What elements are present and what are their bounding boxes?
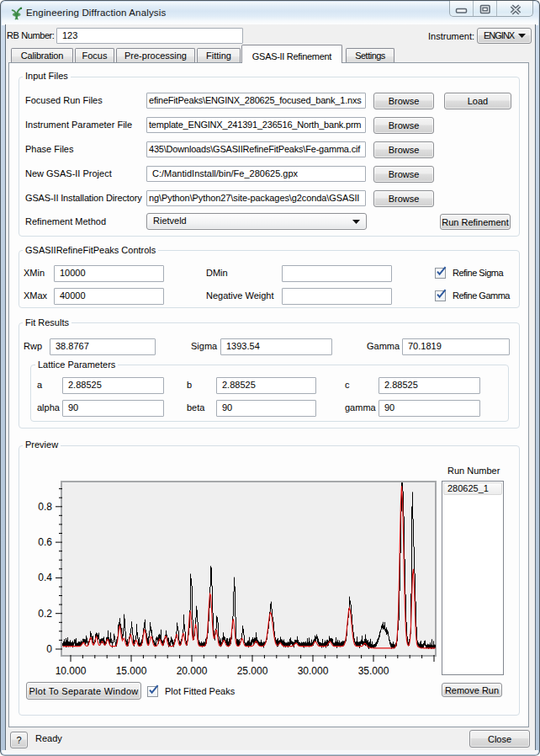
svg-text:0.2: 0.2 [38, 608, 52, 620]
svg-text:0: 0 [46, 643, 52, 655]
svg-text:20.000: 20.000 [177, 665, 208, 677]
svg-text:0.8: 0.8 [38, 501, 52, 513]
svg-text:25.000: 25.000 [237, 665, 268, 677]
svg-text:0.4: 0.4 [38, 572, 52, 583]
svg-text:10.000: 10.000 [56, 665, 87, 677]
svg-text:15.000: 15.000 [116, 665, 147, 677]
svg-text:35.000: 35.000 [358, 665, 389, 677]
svg-text:0.6: 0.6 [38, 536, 52, 548]
svg-text:30.000: 30.000 [298, 665, 329, 677]
